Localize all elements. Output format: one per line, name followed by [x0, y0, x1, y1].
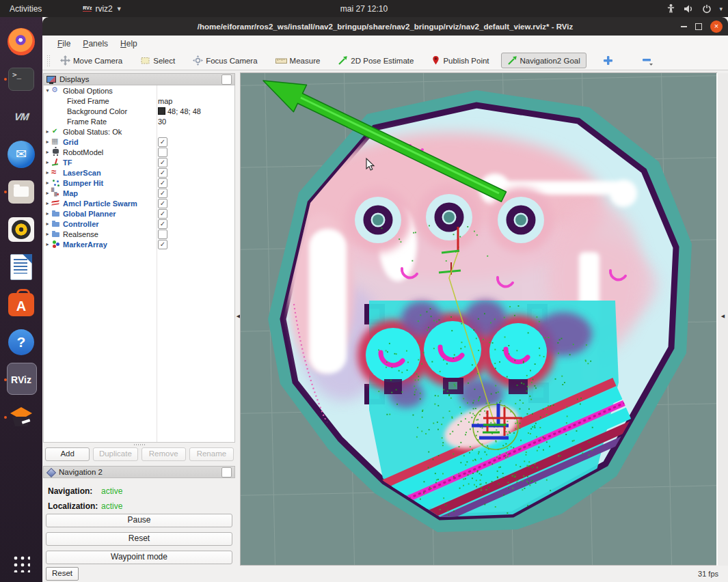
displays-panel-checkbox[interactable] [221, 74, 232, 85]
laser-icon [51, 168, 61, 177]
tree-row-robotmodel[interactable]: ▸RobotModel [44, 147, 234, 157]
tree-row-global-status-ok[interactable]: ▸Global Status: Ok [44, 126, 234, 137]
panel-splitter[interactable] [42, 443, 236, 447]
tree-row-markerarray[interactable]: ▸MarkerArray✓ [44, 239, 234, 249]
expander-right-icon[interactable]: ▸ [44, 241, 51, 247]
dock-item-files[interactable] [2, 173, 40, 210]
enable-checkbox[interactable]: ✓ [158, 219, 167, 229]
expander-right-icon[interactable]: ▸ [44, 221, 51, 227]
duplicate-button: Duplicate [93, 447, 137, 461]
right-collapse-icon[interactable]: ◀ [718, 314, 728, 319]
expander-right-icon[interactable]: ▸ [44, 149, 51, 155]
panel-view-splitter[interactable]: ◀ [236, 73, 241, 566]
enable-checkbox[interactable]: ✓ [158, 178, 167, 188]
navigation-status-fields: Navigation:activeLocalization:active [48, 484, 232, 514]
expander-right-icon[interactable]: ▸ [44, 139, 51, 145]
enable-checkbox[interactable]: ✓ [158, 158, 167, 167]
tree-row-background-color[interactable]: Background Color48; 48; 48 [44, 106, 234, 116]
reset-button[interactable]: Reset [46, 532, 232, 546]
enable-checkbox[interactable]: ✓ [158, 137, 167, 147]
row-value[interactable]: 48; 48; 48 [158, 106, 201, 116]
expander-down-icon[interactable]: ▾ [44, 87, 51, 94]
tool-add-tool[interactable] [596, 52, 620, 69]
tool-focus-camera[interactable]: Focus Camera [187, 53, 263, 68]
enable-checkbox[interactable]: ✓ [158, 209, 167, 219]
tree-row-realsense[interactable]: ▸Realsense [44, 229, 234, 239]
tree-row-bumper-hit[interactable]: ▸Bumper Hit✓ [44, 178, 234, 188]
expander-right-icon[interactable]: ▸ [44, 200, 51, 206]
dock-item-ubuntu-software[interactable]: A [2, 286, 40, 323]
navigation-panel-checkbox[interactable] [221, 467, 232, 477]
expander-right-icon[interactable]: ▸ [44, 231, 51, 237]
dock-item-firefox[interactable] [2, 23, 40, 60]
system-tray[interactable]: ▾ [666, 0, 723, 17]
tree-row-global-options[interactable]: ▾Global Options [44, 85, 234, 96]
enable-checkbox[interactable]: ✓ [158, 199, 167, 208]
toolbar-drag-handle[interactable] [46, 55, 50, 67]
expander-right-icon[interactable]: ▸ [44, 169, 51, 176]
expander-right-icon[interactable]: ▸ [44, 210, 51, 217]
dock-item-libreoffice-writer[interactable] [2, 248, 40, 286]
fps-counter: 31 fps [698, 570, 718, 578]
reset-button[interactable]: Reset [46, 567, 79, 581]
app-menu-button[interactable]: RVz rviz2 ▼ [83, 4, 122, 14]
tool-publish-point[interactable]: Publish Point [425, 53, 495, 68]
render-view[interactable] [241, 73, 716, 565]
navigation-panel-header[interactable]: Navigation 2 [43, 466, 235, 478]
power-icon [702, 4, 712, 14]
row-value[interactable]: map [158, 96, 172, 106]
menu-help[interactable]: Help [114, 39, 144, 48]
tree-row-global-planner[interactable]: ▸Global Planner✓ [44, 208, 234, 219]
expander-right-icon[interactable]: ▸ [44, 159, 51, 165]
row-value[interactable]: 30 [158, 116, 166, 126]
dock-item-vmware[interactable]: VM [2, 98, 40, 135]
waypoint-mode-button[interactable]: Waypoint mode [46, 551, 232, 564]
accessibility-icon [666, 3, 676, 14]
files-icon [8, 180, 34, 204]
expander-right-icon[interactable]: ▸ [44, 190, 51, 196]
enable-checkbox[interactable]: ✓ [158, 168, 167, 178]
right-panel-strip[interactable]: ◀ [716, 73, 728, 566]
tool-2d-pose-estimate[interactable]: 2D Pose Estimate [332, 53, 420, 68]
tool-remove-tool[interactable] [635, 52, 660, 69]
menu-panels[interactable]: Panels [77, 39, 114, 48]
window-titlebar[interactable]: /home/eiforamr/ros2_ws/install/nav2_brin… [42, 17, 728, 36]
enable-checkbox[interactable] [158, 230, 167, 239]
enable-checkbox[interactable]: ✓ [158, 189, 167, 198]
tool-navigation2-goal[interactable]: Navigation2 Goal [501, 53, 587, 68]
tree-row-laserscan[interactable]: ▸LaserScan✓ [44, 167, 234, 178]
restore-button[interactable] [695, 23, 702, 30]
pause-button[interactable]: Pause [46, 514, 232, 527]
tool-select[interactable]: Select [134, 53, 181, 68]
add-button[interactable]: Add [45, 447, 90, 461]
menu-file[interactable]: File [51, 39, 77, 48]
displays-panel-header[interactable]: Displays [43, 73, 235, 85]
tree-row-controller[interactable]: ▸Controller✓ [44, 219, 234, 229]
tree-row-map[interactable]: ▸Map✓ [44, 188, 234, 198]
tool-measure[interactable]: Measure [269, 54, 327, 68]
dock-item-terminal[interactable]: >_ [2, 60, 40, 98]
splitter-collapse-icon[interactable]: ◀ [236, 314, 241, 319]
minimize-button[interactable] [681, 26, 687, 27]
enable-checkbox[interactable] [158, 148, 167, 157]
close-button[interactable]: × [710, 20, 723, 33]
tree-row-grid[interactable]: ▸Grid✓ [44, 137, 234, 147]
row-value: ✓ [158, 239, 167, 249]
dock-item-rhythmbox[interactable] [2, 210, 40, 248]
tree-row-tf[interactable]: ▸TF✓ [44, 157, 234, 167]
dock-item-gazebo[interactable] [2, 398, 40, 436]
tree-row-fixed-frame[interactable]: Fixed Framemap [44, 96, 234, 106]
activities-button[interactable]: Activities [0, 4, 51, 14]
dock-item-show-applications[interactable] [2, 544, 40, 582]
render-view-canvas[interactable] [241, 73, 716, 565]
folder-icon [51, 209, 61, 218]
tree-row-frame-rate[interactable]: Frame Rate30 [44, 116, 234, 126]
tree-row-amcl-particle-swarm[interactable]: ▸Amcl Particle Swarm✓ [44, 198, 234, 208]
tool-move-camera[interactable]: Move Camera [54, 53, 129, 68]
expander-right-icon[interactable]: ▸ [44, 128, 51, 135]
dock-item-help[interactable]: ? [2, 323, 40, 361]
dock-item-thunderbird[interactable]: ✉ [2, 135, 40, 173]
dock-item-rviz[interactable]: RViz [2, 361, 40, 398]
enable-checkbox[interactable]: ✓ [158, 240, 167, 249]
expander-right-icon[interactable]: ▸ [44, 180, 51, 186]
